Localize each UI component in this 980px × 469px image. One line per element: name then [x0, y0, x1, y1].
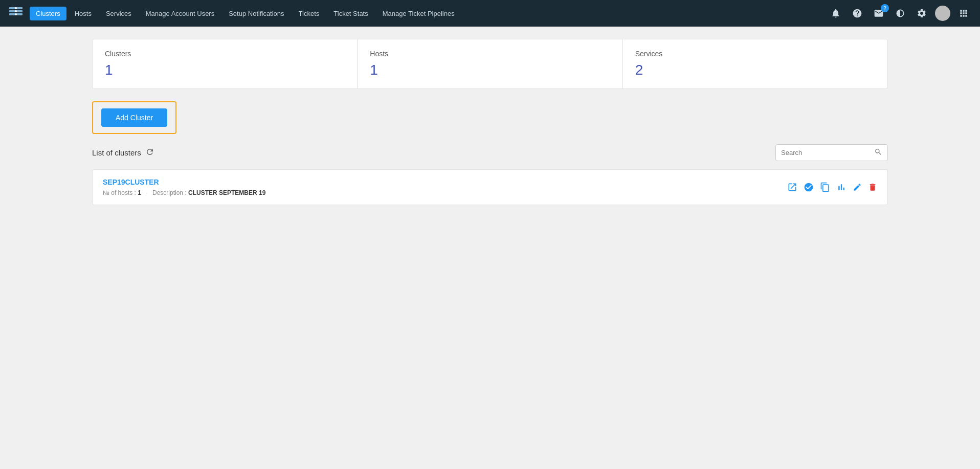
hosts-count-value: 1	[138, 189, 141, 196]
cluster-info: SEP19CLUSTER № of hosts : 1 · Descriptio…	[103, 178, 265, 196]
nav-setup-notifications[interactable]: Setup Notifications	[222, 7, 290, 20]
main-content: Clusters 1 Hosts 1 Services 2 Add Cluste…	[0, 27, 980, 217]
apps-icon-button[interactable]	[955, 5, 972, 21]
search-input[interactable]	[781, 149, 874, 157]
cluster-actions	[787, 182, 877, 192]
verify-button[interactable]	[804, 182, 814, 192]
navbar: Clusters Hosts Services Manage Account U…	[0, 0, 980, 27]
chart-button[interactable]	[836, 182, 847, 192]
search-box	[775, 144, 888, 161]
nav-clusters[interactable]: Clusters	[30, 7, 66, 20]
nav-services[interactable]: Services	[100, 7, 138, 20]
delete-button[interactable]	[868, 183, 877, 192]
cluster-name[interactable]: SEP19CLUSTER	[103, 178, 265, 186]
stat-clusters-value: 1	[105, 62, 345, 78]
clone-button[interactable]	[820, 182, 830, 192]
description-label: Description :	[152, 189, 187, 196]
stat-services-label: Services	[635, 50, 875, 58]
svg-point-3	[15, 7, 17, 9]
stat-hosts-label: Hosts	[370, 50, 610, 58]
bell-icon-button[interactable]	[828, 5, 844, 21]
svg-point-4	[15, 10, 17, 12]
logo-icon	[8, 4, 24, 23]
mail-icon-button[interactable]: 2	[871, 5, 887, 21]
nav-ticket-stats[interactable]: Ticket Stats	[327, 7, 374, 20]
nav-hosts[interactable]: Hosts	[69, 7, 98, 20]
help-icon-button[interactable]	[849, 5, 865, 21]
stat-hosts-value: 1	[370, 62, 610, 78]
stat-card-clusters: Clusters 1	[93, 39, 358, 88]
stat-clusters-label: Clusters	[105, 50, 345, 58]
stats-row: Clusters 1 Hosts 1 Services 2	[92, 39, 888, 89]
nav-manage-account-users[interactable]: Manage Account Users	[140, 7, 220, 20]
stat-card-hosts: Hosts 1	[358, 39, 622, 88]
svg-point-5	[15, 13, 17, 15]
refresh-button[interactable]	[145, 147, 154, 159]
add-cluster-button[interactable]: Add Cluster	[101, 108, 167, 127]
navbar-icons: 2	[828, 5, 972, 21]
cluster-row: SEP19CLUSTER № of hosts : 1 · Descriptio…	[92, 169, 888, 205]
gear-icon-button[interactable]	[914, 5, 930, 21]
list-title: List of clusters	[92, 148, 141, 157]
nav-tickets[interactable]: Tickets	[293, 7, 326, 20]
description-value: CLUSTER SEPTEMBER 19	[188, 189, 265, 196]
cluster-meta: № of hosts : 1 · Description : CLUSTER S…	[103, 189, 265, 196]
add-cluster-area: Add Cluster	[92, 101, 176, 134]
search-icon	[874, 148, 882, 158]
edit-button[interactable]	[853, 183, 862, 192]
hosts-count-label: № of hosts :	[103, 189, 136, 196]
nav-manage-ticket-pipelines[interactable]: Manage Ticket Pipelines	[376, 7, 461, 20]
user-avatar[interactable]	[935, 6, 950, 21]
mail-badge: 2	[881, 4, 889, 12]
open-external-button[interactable]	[787, 182, 797, 192]
list-title-row: List of clusters	[92, 147, 154, 159]
stat-services-value: 2	[635, 62, 875, 78]
list-header: List of clusters	[92, 144, 888, 161]
stat-card-services: Services 2	[623, 39, 887, 88]
theme-icon-button[interactable]	[892, 5, 908, 21]
